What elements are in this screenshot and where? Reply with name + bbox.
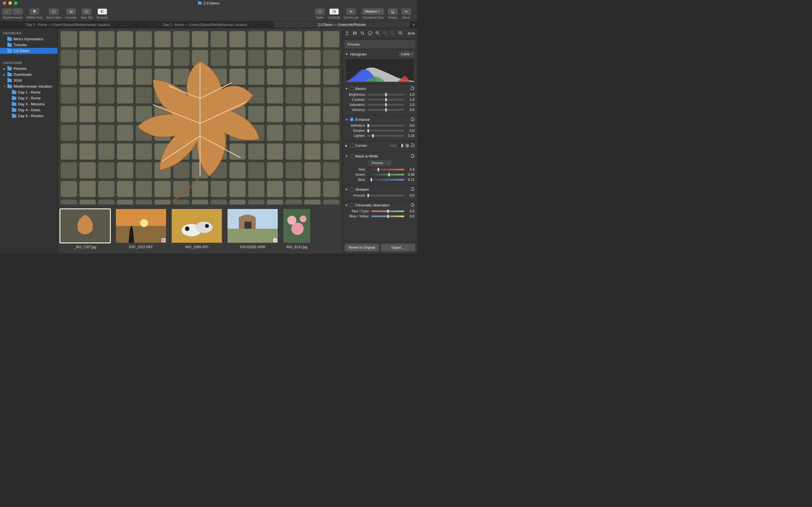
- thumbnail[interactable]: ↔ DSC01052.ARW: [227, 209, 278, 253]
- deepen-slider[interactable]: [367, 130, 404, 131]
- info-icon[interactable]: [368, 31, 372, 36]
- sidebar-item[interactable]: Mira's Gymnastics: [0, 36, 57, 42]
- filmstrip[interactable]: _MG_7187.jpg R DSC_0322.NEF IMG_1099.JPG…: [58, 206, 342, 253]
- thumbnail-image[interactable]: [60, 209, 110, 243]
- section-header[interactable]: ▶ Curves Auto:: [345, 143, 414, 148]
- sidebar-item[interactable]: Day 1 - Rome: [0, 89, 57, 95]
- sidebar-item-label: Day 3 - Messina: [18, 102, 45, 106]
- fullscreen-window-button[interactable]: [14, 1, 17, 5]
- bw-green-slider[interactable]: [367, 174, 404, 175]
- zoom-100-icon[interactable]: 100: [398, 31, 403, 36]
- thumbnail-image[interactable]: [172, 209, 222, 243]
- minimize-window-button[interactable]: [8, 1, 12, 5]
- sidebar-item[interactable]: Day 2 - Rome: [0, 95, 57, 101]
- section-checkbox[interactable]: [350, 144, 354, 147]
- ca-red-cyan-slider[interactable]: [371, 210, 404, 212]
- sidebar-item[interactable]: Transfer: [0, 42, 57, 48]
- quicklook-button[interactable]: [346, 8, 356, 15]
- auto-color-button[interactable]: [405, 144, 409, 148]
- reset-icon[interactable]: [410, 154, 414, 159]
- section-checkbox[interactable]: [350, 187, 354, 191]
- section-header[interactable]: ▼ Chromatic Aberration: [345, 203, 414, 208]
- folder-icon: [12, 91, 16, 94]
- reset-icon[interactable]: [410, 203, 414, 208]
- thumbnail-image[interactable]: ↔: [227, 209, 278, 243]
- section-checkbox[interactable]: [350, 87, 354, 91]
- section-checkbox[interactable]: [350, 154, 354, 158]
- tab[interactable]: Day 2 - Rome — /Users/Shared/Mediterrane…: [137, 21, 273, 28]
- revert-button[interactable]: Revert to Original: [345, 244, 379, 251]
- saturation-slider[interactable]: [367, 104, 404, 106]
- close-window-button[interactable]: [3, 1, 6, 5]
- sidebar-item[interactable]: ▼Mediterranean Vacation: [0, 83, 57, 89]
- sidebar-header-locations: LOCATIONS: [0, 59, 57, 66]
- tab[interactable]: 2.0 Demo — /Users/nik/Pictures: [274, 21, 410, 28]
- new-tab-button[interactable]: [82, 8, 91, 15]
- section-header[interactable]: ▼ Sharpen: [345, 187, 414, 192]
- section-header[interactable]: ▼ Enhance: [345, 117, 414, 122]
- thumbnail-image[interactable]: [283, 209, 310, 243]
- vibrancy-slider[interactable]: [367, 109, 404, 111]
- thumbnail-size-select[interactable]: Medium: [362, 8, 384, 15]
- viewer-button[interactable]: [388, 8, 398, 15]
- sidebar-item[interactable]: Day 3 - Messina: [0, 101, 57, 107]
- info-edit-button[interactable]: [329, 8, 339, 15]
- section-header[interactable]: ▼ Basics: [345, 86, 414, 91]
- definition-slider[interactable]: [367, 125, 404, 126]
- toolbar-tasks: Tasks: [315, 8, 324, 19]
- thumbnail[interactable]: IMG_9132.jpg: [283, 209, 310, 253]
- back-button[interactable]: [2, 8, 12, 15]
- section-header[interactable]: ▼ Black & White: [345, 154, 414, 159]
- zoom-in-icon[interactable]: [375, 31, 380, 36]
- tasks-button[interactable]: [315, 8, 324, 15]
- thumbnail[interactable]: _MG_7187.jpg: [60, 209, 110, 253]
- export-button[interactable]: Export…: [381, 244, 415, 251]
- image-preview[interactable]: [58, 28, 342, 206]
- param-value: 1.0: [406, 93, 414, 97]
- presets-dropdown[interactable]: Presets: [345, 41, 415, 48]
- forward-button[interactable]: [13, 8, 22, 15]
- reset-icon[interactable]: [410, 143, 414, 148]
- done-button[interactable]: [402, 8, 411, 15]
- add-folder-button[interactable]: [49, 8, 59, 15]
- section-sharpen: ▼ Sharpen Amount:0.0: [343, 185, 417, 201]
- bw-presets-select[interactable]: Presets: [368, 160, 391, 166]
- section-header[interactable]: ▼ Histogram Luma: [345, 52, 414, 57]
- reset-icon[interactable]: [410, 86, 414, 91]
- sidebar-item[interactable]: ▶Pictures: [0, 66, 57, 71]
- raws-only-button[interactable]: [30, 8, 39, 15]
- fit-icon[interactable]: [352, 31, 357, 36]
- auto-luma-button[interactable]: [399, 144, 403, 148]
- tab[interactable]: Day 1 - Rome — /Users/Shared/Mediterrane…: [0, 21, 137, 28]
- folder-icon: [7, 79, 12, 82]
- sidebar-item-label: 2018: [13, 78, 22, 82]
- lighten-slider[interactable]: [367, 135, 404, 136]
- add-tab-button[interactable]: +: [410, 21, 417, 28]
- crop-icon[interactable]: [360, 31, 365, 36]
- bw-red-slider[interactable]: [367, 169, 404, 170]
- sharpen-amount-slider[interactable]: [367, 194, 404, 196]
- reset-icon[interactable]: [410, 117, 414, 122]
- browser-button[interactable]: [98, 8, 107, 15]
- sidebar-item[interactable]: ▶Downloads: [0, 71, 57, 77]
- contrast-slider[interactable]: [367, 99, 404, 101]
- thumbnail[interactable]: IMG_1099.JPG: [172, 209, 222, 253]
- bw-blue-slider[interactable]: [367, 179, 404, 180]
- thumbnail[interactable]: R DSC_0322.NEF: [116, 209, 166, 253]
- thumbnail-image[interactable]: R: [116, 209, 166, 243]
- section-checkbox[interactable]: [350, 118, 354, 121]
- sidebar-item[interactable]: 2.0 Demo: [0, 48, 57, 54]
- sidebar-item[interactable]: Day 5 - Rhodes: [0, 113, 57, 119]
- brightness-slider[interactable]: [367, 94, 404, 96]
- reset-icon[interactable]: [410, 187, 414, 192]
- zoom-reset-icon[interactable]: [391, 31, 395, 36]
- zoom-out-icon[interactable]: [383, 31, 388, 36]
- sidebar-item[interactable]: Day 4 - Delos: [0, 107, 57, 113]
- favorite-button[interactable]: [66, 8, 76, 15]
- export-icon[interactable]: [345, 31, 350, 36]
- histogram-mode-select[interactable]: Luma: [399, 52, 414, 57]
- section-title: Basics: [355, 87, 366, 91]
- section-checkbox[interactable]: [350, 203, 354, 207]
- ca-blue-yellow-slider[interactable]: [371, 216, 404, 217]
- sidebar-item[interactable]: 2018: [0, 77, 57, 83]
